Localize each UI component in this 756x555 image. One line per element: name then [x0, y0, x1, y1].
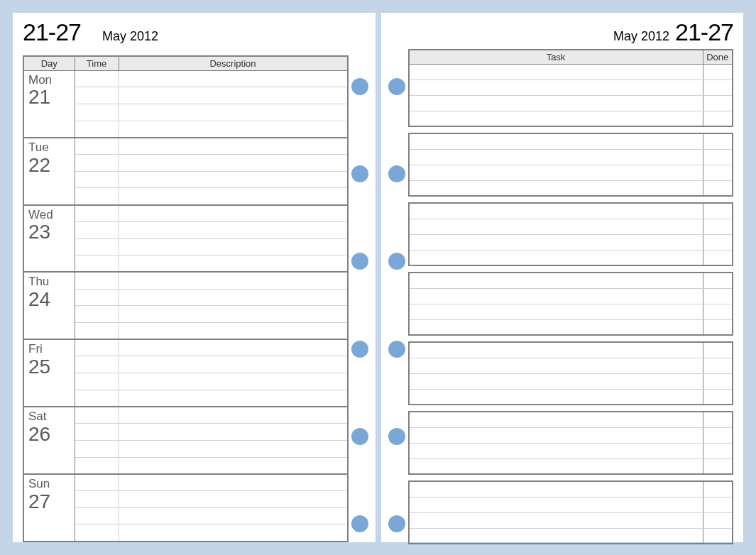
description-cell[interactable]	[119, 339, 348, 356]
description-cell[interactable]	[119, 390, 348, 407]
time-cell[interactable]	[75, 87, 119, 104]
time-cell[interactable]	[75, 306, 119, 323]
time-cell[interactable]	[75, 205, 119, 222]
description-cell[interactable]	[119, 306, 348, 323]
done-cell[interactable]	[703, 64, 733, 79]
done-cell[interactable]	[703, 481, 733, 497]
task-cell[interactable]	[409, 528, 703, 544]
done-cell[interactable]	[703, 79, 733, 95]
task-cell[interactable]	[409, 133, 703, 149]
done-cell[interactable]	[703, 234, 733, 250]
description-cell[interactable]	[119, 171, 348, 188]
time-cell[interactable]	[75, 221, 119, 238]
time-cell[interactable]	[75, 188, 119, 205]
done-cell[interactable]	[703, 219, 733, 234]
task-cell[interactable]	[409, 342, 703, 358]
description-cell[interactable]	[119, 121, 348, 138]
done-cell[interactable]	[703, 95, 733, 111]
done-cell[interactable]	[703, 497, 733, 512]
description-cell[interactable]	[119, 457, 348, 474]
done-cell[interactable]	[703, 304, 733, 319]
task-cell[interactable]	[409, 234, 703, 250]
description-cell[interactable]	[119, 255, 348, 273]
description-cell[interactable]	[119, 272, 348, 289]
description-cell[interactable]	[119, 221, 348, 238]
time-cell[interactable]	[75, 104, 119, 121]
done-cell[interactable]	[703, 389, 733, 405]
task-cell[interactable]	[409, 219, 703, 234]
done-cell[interactable]	[703, 443, 733, 458]
task-cell[interactable]	[409, 512, 703, 528]
task-cell[interactable]	[409, 288, 703, 304]
task-cell[interactable]	[409, 111, 703, 126]
time-cell[interactable]	[75, 507, 119, 524]
time-cell[interactable]	[75, 238, 119, 255]
task-cell[interactable]	[409, 273, 703, 288]
task-cell[interactable]	[409, 481, 703, 497]
task-cell[interactable]	[409, 412, 703, 427]
time-cell[interactable]	[75, 272, 119, 289]
description-cell[interactable]	[119, 289, 348, 306]
description-cell[interactable]	[119, 507, 348, 524]
done-cell[interactable]	[703, 528, 733, 544]
done-cell[interactable]	[703, 149, 733, 165]
done-cell[interactable]	[703, 203, 733, 219]
task-cell[interactable]	[409, 180, 703, 196]
time-cell[interactable]	[75, 524, 119, 542]
task-cell[interactable]	[409, 79, 703, 95]
description-cell[interactable]	[119, 356, 348, 373]
time-cell[interactable]	[75, 440, 119, 457]
time-cell[interactable]	[75, 289, 119, 306]
done-cell[interactable]	[703, 319, 733, 335]
done-cell[interactable]	[703, 133, 733, 149]
done-cell[interactable]	[703, 412, 733, 427]
description-cell[interactable]	[119, 205, 348, 222]
time-cell[interactable]	[75, 323, 119, 340]
time-cell[interactable]	[75, 339, 119, 356]
description-cell[interactable]	[119, 138, 348, 155]
task-cell[interactable]	[409, 304, 703, 319]
time-cell[interactable]	[75, 155, 119, 172]
description-cell[interactable]	[119, 491, 348, 508]
description-cell[interactable]	[119, 323, 348, 340]
time-cell[interactable]	[75, 474, 119, 491]
time-cell[interactable]	[75, 457, 119, 474]
time-cell[interactable]	[75, 424, 119, 441]
time-cell[interactable]	[75, 373, 119, 390]
description-cell[interactable]	[119, 524, 348, 542]
description-cell[interactable]	[119, 188, 348, 205]
task-cell[interactable]	[409, 497, 703, 512]
description-cell[interactable]	[119, 373, 348, 390]
time-cell[interactable]	[75, 171, 119, 188]
task-cell[interactable]	[409, 458, 703, 474]
time-cell[interactable]	[75, 255, 119, 273]
time-cell[interactable]	[75, 356, 119, 373]
description-cell[interactable]	[119, 104, 348, 121]
time-cell[interactable]	[75, 390, 119, 407]
description-cell[interactable]	[119, 87, 348, 104]
done-cell[interactable]	[703, 288, 733, 304]
description-cell[interactable]	[119, 440, 348, 457]
task-cell[interactable]	[409, 427, 703, 443]
description-cell[interactable]	[119, 474, 348, 491]
done-cell[interactable]	[703, 273, 733, 288]
description-cell[interactable]	[119, 70, 348, 87]
done-cell[interactable]	[703, 512, 733, 528]
task-cell[interactable]	[409, 149, 703, 165]
task-cell[interactable]	[409, 250, 703, 265]
done-cell[interactable]	[703, 373, 733, 389]
task-cell[interactable]	[409, 165, 703, 180]
task-cell[interactable]	[409, 64, 703, 79]
done-cell[interactable]	[703, 165, 733, 180]
description-cell[interactable]	[119, 424, 348, 441]
description-cell[interactable]	[119, 238, 348, 255]
task-cell[interactable]	[409, 443, 703, 458]
done-cell[interactable]	[703, 427, 733, 443]
time-cell[interactable]	[75, 407, 119, 424]
done-cell[interactable]	[703, 250, 733, 265]
description-cell[interactable]	[119, 407, 348, 424]
time-cell[interactable]	[75, 138, 119, 155]
done-cell[interactable]	[703, 111, 733, 126]
time-cell[interactable]	[75, 491, 119, 508]
done-cell[interactable]	[703, 180, 733, 196]
